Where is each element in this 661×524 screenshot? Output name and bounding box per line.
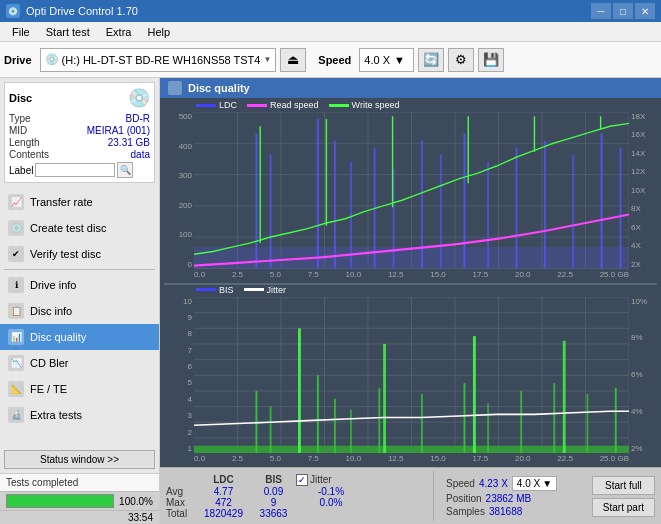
chart2-svg <box>194 297 629 454</box>
disc-mid-label: MID <box>9 125 27 136</box>
chart1-x-axis: 0.0 2.5 5.0 7.5 10.0 12.5 15.0 17.5 20.0… <box>194 269 629 281</box>
sidebar-item-disc-info[interactable]: 📋 Disc info <box>0 298 159 324</box>
speed-label: Speed <box>318 54 351 66</box>
sidebar-item-label-extra-tests: Extra tests <box>30 409 82 421</box>
settings-button[interactable]: ⚙ <box>448 48 474 72</box>
sidebar-item-label-cd-bler: CD Bler <box>30 357 69 369</box>
jitter-legend-label: Jitter <box>267 285 287 295</box>
verify-test-disc-icon: ✔ <box>8 246 24 262</box>
ldc-legend-item: LDC <box>196 100 237 110</box>
sidebar-item-fe-te[interactable]: 📐 FE / TE <box>0 376 159 402</box>
position-label: Position <box>446 493 482 504</box>
sidebar-menu: 📈 Transfer rate 💿 Create test disc ✔ Ver… <box>0 189 159 428</box>
refresh-button[interactable]: 🔄 <box>418 48 444 72</box>
menu-start-test[interactable]: Start test <box>38 24 98 40</box>
speed-select-value: 4.0 X <box>517 478 540 489</box>
svg-rect-73 <box>586 394 588 453</box>
sidebar-item-label-verify-test-disc: Verify test disc <box>30 248 101 260</box>
status-window-button[interactable]: Status window >> <box>4 450 155 469</box>
chart1-svg-container: 0.0 2.5 5.0 7.5 10.0 12.5 15.0 17.5 20.0… <box>194 112 629 281</box>
svg-rect-77 <box>473 336 476 453</box>
menu-extra[interactable]: Extra <box>98 24 140 40</box>
sidebar-item-label-disc-quality: Disc quality <box>30 331 86 343</box>
sidebar-item-transfer-rate[interactable]: 📈 Transfer rate <box>0 189 159 215</box>
app-title: Opti Drive Control 1.70 <box>26 5 138 17</box>
position-row: Position 23862 MB <box>446 493 557 504</box>
disc-contents-label: Contents <box>9 149 49 160</box>
charts-area: LDC Read speed Write speed 500 <box>160 98 661 467</box>
samples-label: Samples <box>446 506 485 517</box>
start-full-button[interactable]: Start full <box>592 476 655 495</box>
max-ldc: 472 <box>196 497 251 508</box>
disc-label-label: Label <box>9 165 33 176</box>
svg-rect-33 <box>194 247 629 268</box>
chart1-container: LDC Read speed Write speed 500 <box>164 100 657 283</box>
jitter-check-label: Jitter <box>310 474 332 485</box>
sidebar: Disc 💿 Type BD-R MID MEIRA1 (001) Length… <box>0 78 160 524</box>
disc-contents-value: data <box>131 149 150 160</box>
disc-label-row: Label 🔍 <box>9 162 150 178</box>
svg-rect-78 <box>563 340 566 453</box>
sidebar-item-label-create-test-disc: Create test disc <box>30 222 106 234</box>
sidebar-item-extra-tests[interactable]: 🔬 Extra tests <box>0 402 159 428</box>
minimize-button[interactable]: ─ <box>591 3 611 19</box>
svg-rect-72 <box>553 383 555 453</box>
jitter-checkbox[interactable]: ✓ <box>296 474 308 486</box>
disc-type-label: Type <box>9 113 31 124</box>
svg-rect-70 <box>487 403 489 453</box>
sidebar-item-create-test-disc[interactable]: 💿 Create test disc <box>0 215 159 241</box>
chart1-y-axis-left: 500 400 300 200 100 0 <box>164 112 194 281</box>
maximize-button[interactable]: □ <box>613 3 633 19</box>
disc-contents-row: Contents data <box>9 149 150 160</box>
chart2-svg-container: 0.0 2.5 5.0 7.5 10.0 12.5 15.0 17.5 20.0… <box>194 297 629 466</box>
sidebar-item-drive-info[interactable]: ℹ Drive info <box>0 272 159 298</box>
disc-quality-icon: 📊 <box>8 329 24 345</box>
progress-bar-container <box>6 494 114 508</box>
max-jitter: 0.0% <box>296 497 366 508</box>
eject-button[interactable]: ⏏ <box>280 48 306 72</box>
title-bar: 💿 Opti Drive Control 1.70 ─ □ ✕ <box>0 0 661 22</box>
write-speed-legend-label: Write speed <box>352 100 400 110</box>
toolbar: Drive 💿 (H:) HL-DT-ST BD-RE WH16NS58 TST… <box>0 42 661 78</box>
speed-select[interactable]: 4.0 X ▼ <box>359 48 414 72</box>
close-button[interactable]: ✕ <box>635 3 655 19</box>
disc-panel-icon: 💿 <box>128 87 150 109</box>
extra-tests-icon: 🔬 <box>8 407 24 423</box>
svg-rect-63 <box>270 406 272 453</box>
drive-select[interactable]: 💿 (H:) HL-DT-ST BD-RE WH16NS58 TST4 ▼ <box>40 48 277 72</box>
menu-file[interactable]: File <box>4 24 38 40</box>
svg-rect-64 <box>317 375 319 453</box>
sidebar-item-disc-quality[interactable]: 📊 Disc quality <box>0 324 159 350</box>
menu-help[interactable]: Help <box>139 24 178 40</box>
speed-select-stat[interactable]: 4.0 X ▼ <box>512 476 557 491</box>
chart1-legend: LDC Read speed Write speed <box>164 100 657 110</box>
write-speed-legend-color <box>329 104 349 107</box>
sidebar-item-verify-test-disc[interactable]: ✔ Verify test disc <box>0 241 159 267</box>
bis-legend-label: BIS <box>219 285 234 295</box>
save-button[interactable]: 💾 <box>478 48 504 72</box>
disc-quality-header: Disc quality <box>160 78 661 98</box>
sidebar-item-label-disc-info: Disc info <box>30 305 72 317</box>
disc-label-input[interactable] <box>35 163 115 177</box>
chart2-legend: BIS Jitter <box>164 285 657 295</box>
stats-header-bis: BIS <box>251 474 296 485</box>
progress-percent: 100.0% <box>118 496 153 507</box>
disc-panel-title: Disc <box>9 92 32 104</box>
disc-length-value: 23.31 GB <box>108 137 150 148</box>
disc-length-label: Length <box>9 137 40 148</box>
svg-rect-65 <box>334 398 336 453</box>
start-part-button[interactable]: Start part <box>592 498 655 517</box>
sidebar-item-label-transfer-rate: Transfer rate <box>30 196 93 208</box>
svg-rect-69 <box>464 383 466 453</box>
sidebar-item-label-drive-info: Drive info <box>30 279 76 291</box>
disc-label-button[interactable]: 🔍 <box>117 162 133 178</box>
disc-info-icon: 📋 <box>8 303 24 319</box>
sidebar-item-cd-bler[interactable]: 📉 CD Bler <box>0 350 159 376</box>
disc-type-row: Type BD-R <box>9 113 150 124</box>
ldc-legend-color <box>196 104 216 107</box>
disc-length-row: Length 23.31 GB <box>9 137 150 148</box>
svg-rect-68 <box>421 394 423 453</box>
action-buttons: Start full Start part <box>592 476 655 517</box>
read-speed-legend-color <box>247 104 267 107</box>
fe-te-icon: 📐 <box>8 381 24 397</box>
